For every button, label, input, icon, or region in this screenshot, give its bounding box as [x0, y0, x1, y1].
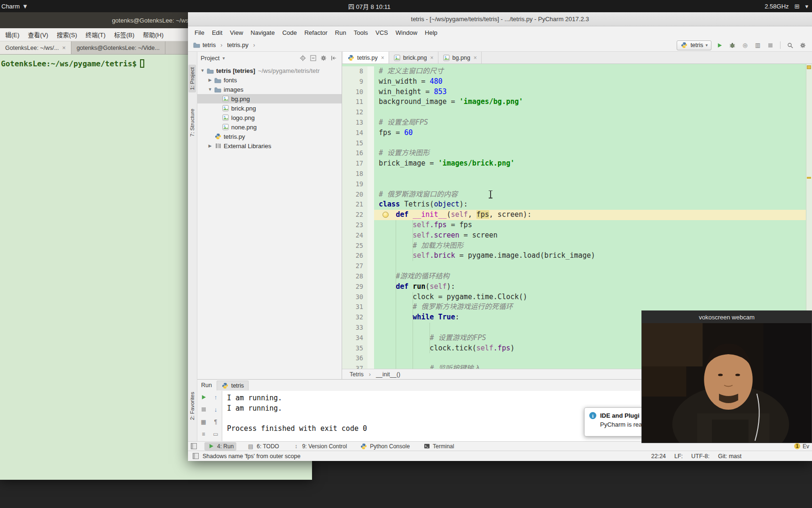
code-line-15[interactable]: 15 — [342, 138, 812, 149]
code-line-13[interactable]: 13# 设置全局FPS — [342, 118, 812, 128]
tree-item-none-png[interactable]: none.png — [197, 122, 342, 132]
pycharm-titlebar[interactable]: tetris - [~/ws/pygame/tetris/tetris] - .… — [188, 12, 812, 26]
line-number[interactable]: 11 — [342, 97, 367, 107]
code-line-29[interactable]: 29 def run(self): — [342, 282, 812, 292]
line-number[interactable]: 30 — [342, 292, 367, 302]
hide-button[interactable] — [329, 54, 338, 63]
terminal-tab-tab-1[interactable]: GotenksLee: ~/ws/...× — [0, 41, 71, 54]
line-number[interactable]: 18 — [342, 169, 367, 179]
code-line-19[interactable]: 19 — [342, 179, 812, 190]
tree-item-brick-png[interactable]: brick.png — [197, 103, 342, 113]
expander-open-icon[interactable]: ▼ — [207, 87, 213, 92]
breadcrumb-method[interactable]: __init__() — [376, 371, 400, 378]
toolwindow-tab-structure[interactable]: 7: Structure — [188, 106, 196, 139]
debug-button[interactable] — [728, 41, 737, 50]
line-number[interactable]: 24 — [342, 230, 367, 241]
line-number[interactable]: 36 — [342, 353, 367, 364]
toolwindow-python-console[interactable]: Python Console — [357, 442, 413, 451]
inspection-status-icon[interactable] — [807, 65, 811, 69]
line-number[interactable]: 33 — [342, 323, 367, 333]
rerun-button[interactable] — [200, 393, 208, 401]
code-line-20[interactable]: 20# 俄罗斯游戏窗口的内容 — [342, 190, 812, 200]
tree-item-root[interactable]: ▼tetris [tetries] ~/ws/pygame/tetris/tet… — [197, 66, 342, 75]
line-number[interactable]: 28 — [342, 271, 367, 282]
toolwindow-todo[interactable]: ▤6: TODO — [244, 442, 282, 451]
line-number[interactable]: 35 — [342, 343, 367, 354]
breadcrumb-class[interactable]: Tetris — [350, 371, 364, 378]
code-line-22[interactable]: 22 def __init__(self, fps, screen): — [342, 210, 812, 220]
line-number[interactable]: 21 — [342, 199, 367, 210]
code-line-14[interactable]: 14fps = 60 — [342, 128, 812, 138]
run-button[interactable] — [715, 41, 724, 50]
line-number[interactable]: 12 — [342, 107, 367, 118]
close-icon[interactable]: × — [474, 55, 477, 61]
line-number[interactable]: 31 — [342, 302, 367, 312]
code-line-21[interactable]: 21class Tetris(object): — [342, 199, 812, 210]
file-encoding[interactable]: UTF-8: — [691, 453, 710, 460]
code-line-11[interactable]: 11background_image = 'images/bg.png' — [342, 97, 812, 107]
line-number[interactable]: 37 — [342, 364, 367, 369]
code-line-25[interactable]: 25 # 加载方块图形 — [342, 241, 812, 251]
menu-window[interactable]: Window — [392, 29, 421, 36]
line-number[interactable]: 25 — [342, 241, 367, 251]
line-ending[interactable]: LF: — [674, 453, 683, 460]
event-log-item[interactable]: 1 Ev — [794, 443, 809, 450]
line-number[interactable]: 34 — [342, 333, 367, 343]
system-menu-chevron-icon[interactable]: ▾ — [805, 3, 808, 10]
cpu-indicator-icon[interactable]: ⊞ — [795, 3, 800, 10]
menu-view[interactable]: View — [226, 29, 247, 36]
softwrap-button[interactable]: ¶ — [212, 418, 220, 426]
code-line-24[interactable]: 24 self.screen = screen — [342, 230, 812, 241]
tree-item-fonts[interactable]: ▶fonts — [197, 75, 342, 85]
cpu-frequency[interactable]: 2.58GHz — [765, 3, 789, 10]
toolwindow-switcher-icon[interactable] — [191, 443, 197, 449]
menu-item-view[interactable]: 查看(V) — [23, 30, 52, 39]
menu-vcs[interactable]: VCS — [372, 29, 392, 36]
webcam-titlebar[interactable]: vokoscreen webcam — [642, 311, 812, 323]
locate-button[interactable] — [298, 54, 307, 63]
tree-item-logo-png[interactable]: logo.png — [197, 113, 342, 122]
gear-button[interactable] — [319, 54, 328, 63]
caret-position[interactable]: 22:24 — [651, 453, 666, 460]
status-switcher-icon[interactable] — [193, 453, 199, 459]
editor-tab-bg-png[interactable]: bg.png× — [438, 52, 482, 64]
code-line-23[interactable]: 23 self.fps = fps — [342, 220, 812, 230]
history-button[interactable]: ≡ — [200, 430, 208, 438]
code-line-17[interactable]: 17brick_image = 'images/brick.png' — [342, 159, 812, 169]
line-number[interactable]: 22 — [342, 210, 367, 220]
code-line-18[interactable]: 18 — [342, 169, 812, 179]
chevron-down-icon[interactable]: ▾ — [222, 56, 225, 61]
tree-item-bg-png[interactable]: bg.png — [197, 94, 342, 103]
stop-button[interactable] — [766, 41, 775, 50]
breadcrumb-project[interactable]: tetris — [203, 41, 216, 48]
system-clock[interactable]: 四 07月 8 10:11 — [348, 2, 390, 11]
tree-item-images[interactable]: ▼images — [197, 85, 342, 94]
line-number[interactable]: 16 — [342, 148, 367, 159]
menu-item-help[interactable]: 帮助(H) — [139, 30, 168, 39]
menu-help[interactable]: Help — [421, 29, 441, 36]
menu-item-edit[interactable]: 辑(E) — [1, 30, 23, 39]
coverage-button[interactable]: ◎ — [741, 41, 750, 50]
profiler-button[interactable]: ▥ — [753, 41, 762, 50]
line-number[interactable]: 27 — [342, 261, 367, 271]
toolwindow-version-control[interactable]: ↕9: Version Control — [289, 442, 350, 451]
line-number[interactable]: 10 — [342, 87, 367, 97]
menu-refactor[interactable]: Refactor — [301, 29, 331, 36]
toolwindow-tab-favorites[interactable]: 2: Favorites — [188, 389, 196, 422]
collapse-all-button[interactable] — [309, 54, 318, 63]
editor-tab-tetris-py[interactable]: tetris.py× — [343, 52, 389, 64]
toolwindow-terminal[interactable]: Terminal — [420, 442, 457, 451]
expander-open-icon[interactable]: ▼ — [199, 68, 206, 73]
code-line-27[interactable]: 27 — [342, 261, 812, 271]
line-number[interactable]: 20 — [342, 190, 367, 200]
run-panel-tab[interactable]: tetris — [217, 381, 249, 390]
search-everywhere-button[interactable] — [786, 41, 795, 50]
stop-button[interactable] — [200, 405, 208, 413]
toolwindow-run[interactable]: 4: Run — [204, 442, 236, 451]
menu-item-terminal[interactable]: 终端(T) — [81, 30, 110, 39]
menu-run[interactable]: Run — [331, 29, 350, 36]
menu-edit[interactable]: Edit — [208, 29, 226, 36]
run-config-dropdown[interactable]: tetris ▾ — [677, 40, 711, 50]
code-line-28[interactable]: 28 #游戏的循环结构 — [342, 271, 812, 282]
terminal-tab-tab-2[interactable]: gotenks@GotenksLee: ~/Vide... — [71, 41, 165, 54]
